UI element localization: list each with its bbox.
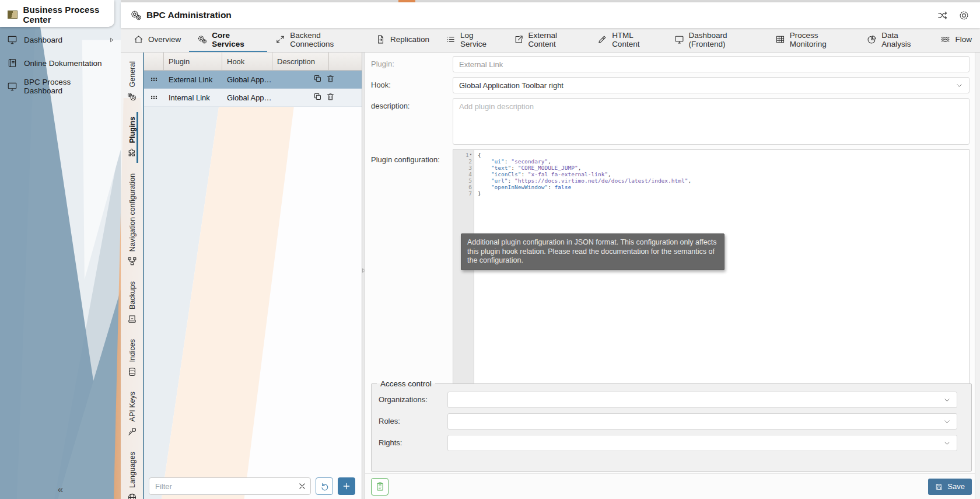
tab-log-service[interactable]: Log Service	[438, 28, 506, 52]
refresh-button[interactable]	[316, 477, 333, 495]
table-row-internal-link[interactable]: Internal LinkGlobal Appl…	[144, 89, 362, 107]
fold-caret-icon[interactable]: ▾	[470, 152, 472, 158]
table-row-external-link[interactable]: External LinkGlobal Appl…	[144, 71, 362, 89]
tab-external-content[interactable]: External Content	[506, 28, 590, 52]
hook-select[interactable]: Global Application Toolbar right	[453, 77, 970, 93]
cell-plugin: Internal Link	[164, 93, 222, 102]
tab-process-monitoring[interactable]: Process Monitoring	[767, 28, 859, 52]
brand-title: Business Process Center	[23, 5, 114, 25]
sidebar-item-bpc-process-dashboard[interactable]: BPC Process Dashboard	[0, 75, 121, 98]
tab-overview[interactable]: Overview	[125, 28, 189, 52]
rights-select[interactable]	[447, 435, 957, 451]
column-header-handle[interactable]	[144, 53, 164, 70]
code-line: "openInNewWindow": false	[478, 184, 969, 190]
side-tab-backups[interactable]: Backups	[127, 274, 137, 331]
column-header-hook[interactable]: Hook	[222, 53, 272, 70]
sidebar-item-online-dokumentation[interactable]: Online Dokumentation	[0, 51, 121, 75]
code-token: false	[555, 184, 572, 190]
chevron-down-icon	[943, 439, 951, 447]
brand-logo	[8, 11, 18, 19]
copy-icon	[313, 74, 322, 83]
filter-input[interactable]	[149, 477, 311, 495]
sidebar-collapse-button[interactable]: «	[0, 484, 121, 495]
side-tab-languages[interactable]: Languages	[127, 444, 137, 499]
side-tab-indices[interactable]: Indices	[127, 331, 137, 385]
code-token: ,	[548, 158, 551, 165]
header-actions	[937, 10, 970, 21]
archive-icon	[127, 314, 137, 324]
row-actions	[272, 92, 362, 103]
tab-label: Process Monitoring	[790, 31, 850, 48]
code-line: {	[478, 152, 969, 158]
gutter-line: 7	[453, 190, 474, 197]
code-token: :	[511, 165, 517, 171]
line-number: 5	[468, 177, 472, 184]
delete-row-button[interactable]	[326, 74, 335, 85]
tab-flow[interactable]: Flow	[932, 28, 980, 52]
line-number: 6	[468, 184, 472, 190]
row-drag-handle[interactable]	[144, 75, 164, 84]
column-header-actions[interactable]	[329, 53, 362, 70]
globe-icon	[127, 493, 137, 499]
tab-dashboard-frontend[interactable]: Dashboard (Frontend)	[666, 28, 767, 52]
tab-label: HTML Content	[612, 31, 657, 48]
monitor-icon	[674, 34, 684, 44]
side-tab-label: General	[128, 61, 136, 87]
expand-caret-icon	[108, 37, 115, 43]
add-plugin-button[interactable]	[338, 477, 355, 495]
trash-icon	[326, 92, 335, 101]
vertical-scrollbar[interactable]	[975, 53, 980, 499]
code-line: "ui": "secondary",	[478, 158, 969, 165]
save-button-label: Save	[947, 482, 965, 491]
grip-icon	[149, 75, 159, 84]
organizations-select[interactable]	[447, 392, 957, 408]
code-token: "ui"	[491, 158, 505, 165]
plus-icon	[342, 481, 351, 491]
code-token: :	[508, 177, 514, 184]
sidebar-nav: DashboardOnline DokumentationBPC Process…	[0, 28, 121, 98]
tab-core-services[interactable]: Core Services	[189, 28, 267, 52]
row-drag-handle[interactable]	[144, 93, 164, 102]
code-token: ,	[578, 165, 582, 171]
save-button[interactable]: Save	[928, 479, 972, 495]
side-tab-inner: General	[127, 54, 137, 109]
app-root: Business Process Center DashboardOnline …	[0, 0, 980, 499]
gutter-line: 5	[453, 177, 474, 184]
column-header-plugin[interactable]: Plugin	[164, 53, 222, 70]
delete-row-button[interactable]	[326, 92, 335, 103]
copy-row-button[interactable]	[313, 74, 322, 85]
gear-icon[interactable]	[958, 10, 970, 21]
tab-backend-connections[interactable]: Backend Connections	[267, 28, 368, 52]
tab-label: Dashboard (Frontend)	[689, 31, 759, 48]
side-tab-general[interactable]: General	[127, 54, 137, 109]
sidebar-item-dashboard[interactable]: Dashboard	[0, 28, 121, 51]
code-token: :	[521, 171, 527, 177]
clear-filter-icon[interactable]	[297, 481, 307, 491]
paste-config-button[interactable]	[371, 478, 388, 495]
side-tab-navigation-configuration[interactable]: Navigation configuration	[127, 166, 137, 274]
tab-data-analysis[interactable]: Data Analysis	[859, 28, 932, 52]
brand-header: Business Process Center	[0, 0, 114, 27]
shuffle-icon[interactable]	[937, 10, 948, 21]
column-header-description[interactable]: Description	[272, 53, 329, 70]
code-token: "secondary"	[511, 158, 548, 165]
code-token	[478, 177, 491, 184]
side-tab-inner: API Keys	[127, 384, 137, 444]
code-token: "CORE_MODULE_JUMP"	[518, 165, 578, 171]
description-textarea[interactable]	[453, 98, 970, 145]
side-tab-api-keys[interactable]: API Keys	[127, 384, 137, 444]
tab-replication[interactable]: Replication	[368, 28, 438, 52]
code-token	[478, 171, 491, 177]
code-token: :	[505, 158, 511, 165]
access-field-label: Roles:	[379, 417, 400, 425]
line-number: 3	[468, 165, 472, 171]
puzzle-icon	[127, 148, 137, 158]
plugin-name-field[interactable]	[453, 56, 970, 72]
tab-html-content[interactable]: HTML Content	[589, 28, 666, 52]
pen-icon	[597, 34, 607, 44]
tab-label: Replication	[390, 35, 429, 44]
roles-select[interactable]	[447, 413, 957, 430]
copy-row-button[interactable]	[313, 92, 322, 103]
side-tab-plugins[interactable]: Plugins	[127, 109, 137, 165]
tab-label: Overview	[148, 35, 181, 44]
